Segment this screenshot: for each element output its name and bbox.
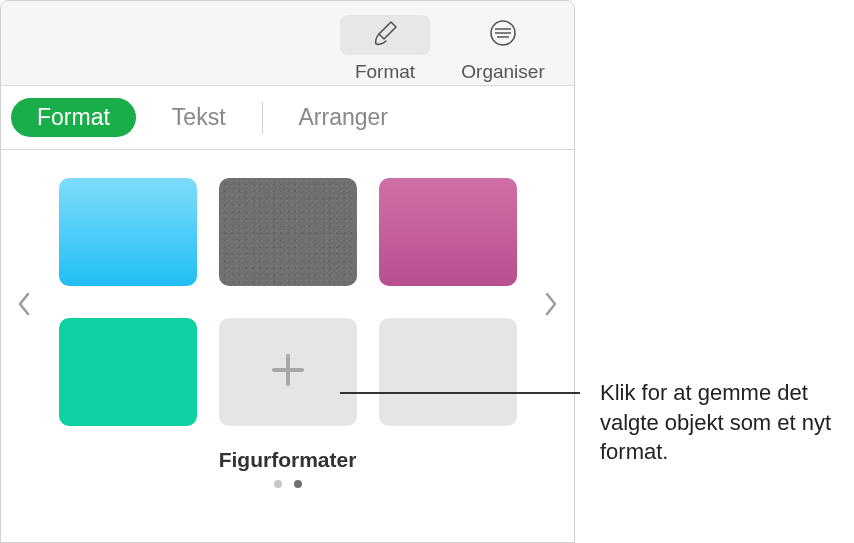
- tab-arrange[interactable]: Arranger: [263, 104, 424, 131]
- styles-caption: Figurformater: [37, 448, 538, 472]
- page-dot-1[interactable]: [274, 480, 282, 488]
- organiser-icon-box: [458, 15, 548, 55]
- organiser-tool-button[interactable]: Organiser: [448, 9, 558, 83]
- page-dot-2[interactable]: [294, 480, 302, 488]
- callout-line: [340, 392, 580, 394]
- styles-prev-button[interactable]: [15, 290, 33, 322]
- sub-tab-bar: Format Tekst Arranger: [1, 86, 574, 150]
- format-tool-button[interactable]: Format: [330, 9, 440, 83]
- style-swatch-gray-texture[interactable]: [219, 178, 357, 286]
- styles-next-button[interactable]: [542, 290, 560, 322]
- add-style-button[interactable]: [219, 318, 357, 426]
- chevron-left-icon: [15, 304, 33, 321]
- format-icon-box: [340, 15, 430, 55]
- inspector-panel: Format Organiser Format Tekst Arranger: [0, 0, 575, 543]
- plus-icon: [266, 348, 310, 396]
- style-swatch-empty[interactable]: [379, 318, 517, 426]
- organise-icon: [487, 17, 519, 53]
- page-dots: [37, 480, 538, 488]
- callout: Klik for at gemme det valgte objekt som …: [340, 388, 840, 389]
- style-swatch-cyan[interactable]: [59, 178, 197, 286]
- paintbrush-icon: [369, 17, 401, 53]
- tab-text[interactable]: Tekst: [136, 104, 262, 131]
- style-swatch-teal[interactable]: [59, 318, 197, 426]
- callout-text: Klik for at gemme det valgte objekt som …: [600, 378, 854, 467]
- tab-format[interactable]: Format: [11, 98, 136, 137]
- top-toolbar: Format Organiser: [1, 1, 574, 86]
- organiser-tool-label: Organiser: [461, 61, 544, 83]
- format-tool-label: Format: [355, 61, 415, 83]
- shape-styles-area: Figurformater: [1, 150, 574, 488]
- chevron-right-icon: [542, 304, 560, 321]
- style-swatch-magenta[interactable]: [379, 178, 517, 286]
